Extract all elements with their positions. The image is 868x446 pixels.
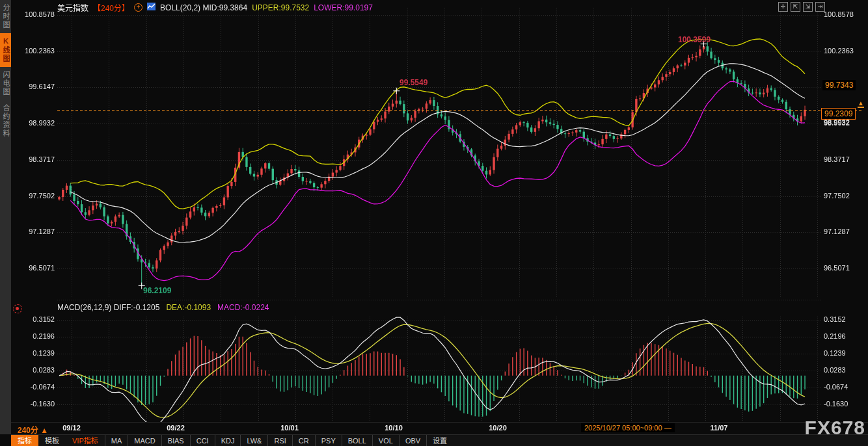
y-axis-label: 96.5071 [14,264,55,272]
y-axis-label-right: 97.1287 [824,228,850,235]
x-axis-tick: 11/07 [711,424,728,432]
y-axis-label: 97.1287 [14,228,55,235]
chart-canvas[interactable] [0,0,868,446]
macd-axis-label: 0.1239 [14,349,55,357]
macd-axis-label-right: 0.2196 [824,332,846,340]
sidebar-item-time-chart[interactable]: 分时图 [0,0,11,33]
y-axis-label-right: 100.8578 [824,10,854,18]
indicator-button-ma[interactable]: MA [105,435,128,446]
symbol-title: 美元指数 [57,2,88,13]
macd-axis-label: -0.1630 [14,400,55,408]
boll-mid-label: BOLL(20,2) MID:99.3864 [160,3,247,12]
add-indicator-icon[interactable]: + [134,3,142,12]
x-axis-tick: 10/20 [489,424,507,432]
macd-diff-label: MACD(26,12,9) DIFF:-0.1205 [57,303,159,312]
y-axis-label: 98.3717 [14,155,55,163]
boll-lower-label: LOWER:99.0197 [314,3,373,12]
sidebar-item-contract-info[interactable]: 合约资料 [0,100,11,142]
divider [0,422,868,423]
zoom-axes-icon[interactable]: ⇱ [791,2,800,12]
sidebar: 分时图K线图闪电图合约资料 [0,0,11,434]
indicator-button-kdj[interactable]: KDJ [215,435,241,446]
macd-axis-label: 0.3152 [14,315,55,323]
window-tool-icons: ✛⇱⇲⇥ [778,2,825,12]
x-axis-tick: 10/10 [385,424,403,432]
indicator-button-vol[interactable]: VOL [372,435,399,446]
sidebar-item-flash-chart[interactable]: 闪电图 [0,67,11,100]
y-axis-label-right: 100.2363 [824,47,854,55]
x-axis-tick: 09/22 [167,424,185,432]
y-axis-label: 99.6147 [14,83,55,90]
price-up-arrow-icon: ▲ [858,100,864,108]
indicator-button-macd[interactable]: MACD [128,435,161,446]
y-axis-label: 97.7502 [14,192,55,200]
indicator-button-cr[interactable]: CR [292,435,315,446]
y-axis-label: 100.8578 [14,10,55,18]
period-selector[interactable]: 240分 ▲ [18,424,48,435]
price-tag-last: 99.2309 [821,108,856,120]
target-icon[interactable] [13,304,22,313]
collapse-right-icon[interactable]: ⇥ [815,2,825,12]
y-axis-label-right: 96.5071 [824,264,850,272]
chart-header: 美元指数 【240分】 + BOLL(20,2) MID:99.3864 UPP… [57,2,373,13]
macd-axis-label: -0.0674 [14,383,55,391]
peak-annotation-1: 99.5549 [400,78,427,87]
boll-upper-label: UPPER:99.7532 [252,3,309,12]
macd-axis-label-right: 0.0283 [824,366,846,374]
pan-axes-icon[interactable]: ⇲ [803,2,813,12]
indicator-button-boll[interactable]: BOLL [342,435,372,446]
indicator-button-bias[interactable]: BIAS [161,435,190,446]
peak-annotation-2: 100.3599 [678,35,711,44]
indicator-button-psy[interactable]: PSY [315,435,342,446]
sidebar-item-kline-chart[interactable]: K线图 [0,33,11,67]
x-axis-tick: 10/01 [280,424,299,432]
macd-axis-label-right: 0.3152 [824,315,846,323]
indicator-button-obv[interactable]: OBV [399,435,426,446]
macd-hist-label: MACD:-0.0224 [217,303,269,312]
macd-axis-label-right: -0.1630 [824,400,848,408]
macd-header: MACD(26,12,9) DIFF:-0.1205 DEA:-0.1093 M… [57,303,269,312]
indicator-button-lwr[interactable]: LW& [240,435,267,446]
crosshair-icon[interactable]: ✛ [778,2,788,12]
macd-axis-label: 0.0283 [14,366,55,374]
period-label: 【240分】 [93,2,129,13]
settings-button[interactable]: 设置 [426,435,453,446]
bottom-toolbar: 指标模板VIP指标MAMACDBIASCCIKDJLW&RSICRPSYBOLL… [11,434,868,446]
indicator-button-cci[interactable]: CCI [190,435,215,446]
indicator-button-rsi[interactable]: RSI [267,435,292,446]
price-tag-upper: 99.7343 [822,80,856,90]
tab-templates[interactable]: 模板 [38,435,66,446]
y-axis-label: 98.9932 [14,119,55,127]
macd-axis-label: 0.2196 [14,332,55,340]
y-axis-label-right: 98.3717 [824,155,850,163]
x-axis-tick: 09/12 [62,424,81,432]
y-axis-label: 100.2363 [14,47,55,55]
macd-dea-label: DEA:-0.1093 [166,303,211,312]
tab-vip-indicators[interactable]: VIP指标 [66,435,105,446]
chart-type-icon[interactable] [147,3,156,12]
tab-indicators[interactable]: 指标 [11,435,38,446]
y-axis-label-right: 97.7502 [824,192,850,200]
macd-axis-label-right: 0.1239 [824,349,846,357]
macd-axis-label-right: -0.0674 [824,383,848,391]
current-bar-time-label: 2025/10/27 05:00~09:00 — [581,423,675,432]
low-annotation: 96.2109 [143,286,171,295]
